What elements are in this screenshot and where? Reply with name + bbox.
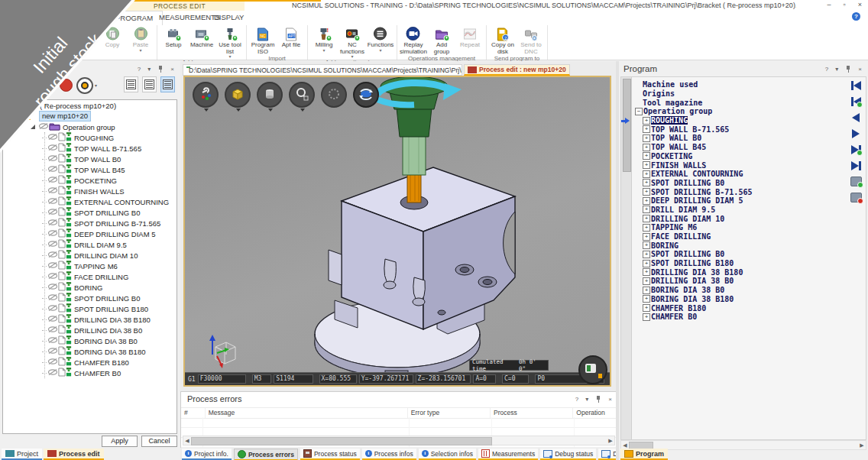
errors-pin-icon[interactable] <box>595 396 601 403</box>
target-icon[interactable] <box>76 77 93 94</box>
expand-icon[interactable]: + <box>643 260 650 267</box>
tab-process-status[interactable]: Process status <box>300 449 360 460</box>
play-backward-button[interactable] <box>852 112 860 122</box>
program-operation-roughing[interactable]: +ROUGHING <box>633 116 844 125</box>
program-operation-boring[interactable]: +BORING <box>633 241 844 250</box>
program-operation-drilling-diam-10[interactable]: +DRILLING DIAM 10 <box>633 214 844 223</box>
program-operation-face-drilling[interactable]: +FACE DRILLING <box>633 232 844 241</box>
dropdown-arrow-icon[interactable] <box>300 109 305 112</box>
use-tool-list-button[interactable]: Use tool list▾ <box>216 26 244 59</box>
expand-icon[interactable]: + <box>643 125 650 133</box>
operation-row-external-contourning[interactable]: EXTERNAL CONTOURNING <box>3 196 177 207</box>
restore-button[interactable]: ▫ <box>844 1 846 8</box>
list-view-medium-button[interactable] <box>142 76 157 92</box>
panel-close-icon[interactable]: × <box>170 66 174 73</box>
operation-row-spot-drilling-b0[interactable]: SPOT DRILLING B0 <box>3 293 177 303</box>
scroll-right-icon[interactable]: ▶ <box>858 442 866 449</box>
program-operation-spot-drilling-b180[interactable]: +SPOT DRILLING B180 <box>633 259 844 268</box>
selection-mode-button[interactable] <box>321 82 347 108</box>
expand-icon[interactable]: + <box>643 117 650 125</box>
program-operation-drill-diam-9-5[interactable]: +DRILL DIAM 9.5 <box>633 206 844 215</box>
operation-row-top-wall-b45[interactable]: TOP WALL B45 <box>3 164 177 175</box>
tab-measurements[interactable]: Measurements <box>478 449 538 460</box>
program-operation-tapping-m6[interactable]: +TAPPING M6 <box>633 223 844 232</box>
operation-row-spot-drilling-b180[interactable]: SPOT DRILLING B180 <box>3 303 177 314</box>
skip-to-end-button[interactable] <box>851 160 861 170</box>
errors-close-icon[interactable]: × <box>608 396 612 403</box>
play-forward-button[interactable] <box>852 128 860 138</box>
panel-pin-icon[interactable] <box>157 66 164 73</box>
program-operation-spot-drilling-b0[interactable]: +SPOT DRILLING B0 <box>633 179 844 188</box>
step-forward-to-tool-button[interactable] <box>851 144 861 154</box>
add-group-button[interactable]: Add group <box>428 26 455 55</box>
machine-button[interactable]: Machine <box>188 26 215 49</box>
program-operation-drilling-dia-38-b0[interactable]: +DRILLING DIA 38 B0 <box>633 277 844 286</box>
program-operation-top-wall-b-71-565[interactable]: +TOP WALL B-71.565 <box>633 125 844 134</box>
expand-icon[interactable]: + <box>643 134 650 142</box>
view-settings-button[interactable] <box>193 82 219 108</box>
minimize-button[interactable]: – <box>828 1 831 8</box>
operation-row-drill-diam-9-5[interactable]: DRILL DIAM 9.5 <box>3 239 177 250</box>
expand-icon[interactable]: + <box>643 188 650 196</box>
panel-menu-icon[interactable]: ▾ <box>147 66 151 73</box>
program-operation-pocketing[interactable]: +POCKETING <box>633 152 844 161</box>
tree-group-item[interactable]: Operation group <box>3 121 177 132</box>
scroll-right-icon[interactable]: ▶ <box>607 438 614 444</box>
operation-row-top-wall-b0[interactable]: TOP WALL B0 <box>3 154 177 164</box>
expand-icon[interactable]: + <box>643 304 650 312</box>
program-operation-finish-walls[interactable]: +FINISH WALLS <box>633 160 844 170</box>
send-to-dnc-button[interactable]: Send to DNC <box>517 26 545 55</box>
list-view-detail-button[interactable] <box>160 76 175 92</box>
dropdown-arrow-icon[interactable] <box>236 109 241 112</box>
operation-row-spot-drilling-b0[interactable]: SPOT DRILLING B0 <box>3 207 177 218</box>
tab-process-infos[interactable]: iProcess infos <box>362 449 416 460</box>
expand-icon[interactable]: + <box>643 224 650 232</box>
program-help-icon[interactable]: ? <box>825 66 828 73</box>
collapse-icon[interactable]: − <box>635 108 643 115</box>
contextual-tab-process-edit[interactable]: PROCESS EDIT <box>115 2 245 11</box>
expand-icon[interactable]: + <box>643 144 650 151</box>
operation-row-deep-drilling-diam-5[interactable]: DEEP DRILLING DIAM 5 <box>3 228 177 239</box>
stock-display-button[interactable] <box>225 82 251 108</box>
copy-on-disk-button[interactable]: 2Copy on disk <box>489 26 517 55</box>
tool-display-button[interactable] <box>257 82 283 108</box>
operation-row-pocketing[interactable]: POCKETING <box>3 175 177 186</box>
expand-icon[interactable]: + <box>643 206 650 213</box>
operation-row-roughing[interactable]: ROUGHING <box>3 132 177 143</box>
errors-hscrollbar[interactable]: ◀ ▶ <box>183 436 615 445</box>
program-group-operation-group[interactable]: −Operation group <box>633 107 844 116</box>
errors-menu-icon[interactable]: ▾ <box>585 396 588 403</box>
tab-project[interactable]: Project <box>2 449 42 460</box>
errors-help-icon[interactable]: ? <box>575 396 578 403</box>
rotate-view-button[interactable] <box>353 82 379 108</box>
expand-icon[interactable]: + <box>643 313 650 321</box>
operation-row-drilling-dia-38-b180[interactable]: DRILLING DIA 38 B180 <box>3 314 177 325</box>
expand-icon[interactable]: + <box>643 233 650 241</box>
operation-row-boring[interactable]: BORING <box>3 282 177 293</box>
operation-row-boring-dia-38-b0[interactable]: BORING DIA 38 B0 <box>3 335 177 346</box>
expand-icon[interactable]: + <box>643 287 650 294</box>
expand-icon[interactable]: + <box>643 241 650 249</box>
program-operation-spot-drilling-b0[interactable]: +SPOT DRILLING B0 <box>633 250 844 259</box>
replay-simulation-button[interactable]: Replay simulation <box>400 26 427 55</box>
expand-icon[interactable]: + <box>643 277 650 285</box>
expand-icon[interactable]: + <box>643 197 650 205</box>
tab-debug-status[interactable]: Debug status <box>540 449 596 460</box>
tab-project-info[interactable]: iProject info. <box>182 449 232 460</box>
program-operation-top-wall-b45[interactable]: +TOP WALL B45 <box>633 143 844 152</box>
panel-help-icon[interactable]: ? <box>138 66 141 73</box>
setup-button[interactable]: Setup <box>160 26 187 49</box>
program-close-icon[interactable]: × <box>858 66 862 73</box>
program-operation-external-contourning[interactable]: +EXTERNAL CONTOURNING <box>633 170 844 179</box>
help-icon[interactable]: ? <box>852 12 860 21</box>
operation-row-top-wall-b-71-565[interactable]: TOP WALL B-71.565 <box>3 143 177 154</box>
operation-row-face-drilling[interactable]: FACE DRILLING <box>3 271 177 282</box>
close-button[interactable]: × <box>858 1 862 8</box>
tab-process-errors[interactable]: Process errors <box>234 449 298 460</box>
zoom-button[interactable] <box>289 82 315 108</box>
scroll-left-icon[interactable]: ◀ <box>183 438 191 444</box>
add-tool-stop-button[interactable] <box>850 177 862 186</box>
tab-process-edit[interactable]: Process edit <box>44 449 104 460</box>
remove-tool-stop-button[interactable] <box>850 193 862 202</box>
program-iso-button[interactable]: NCProgram ISO <box>249 26 277 55</box>
